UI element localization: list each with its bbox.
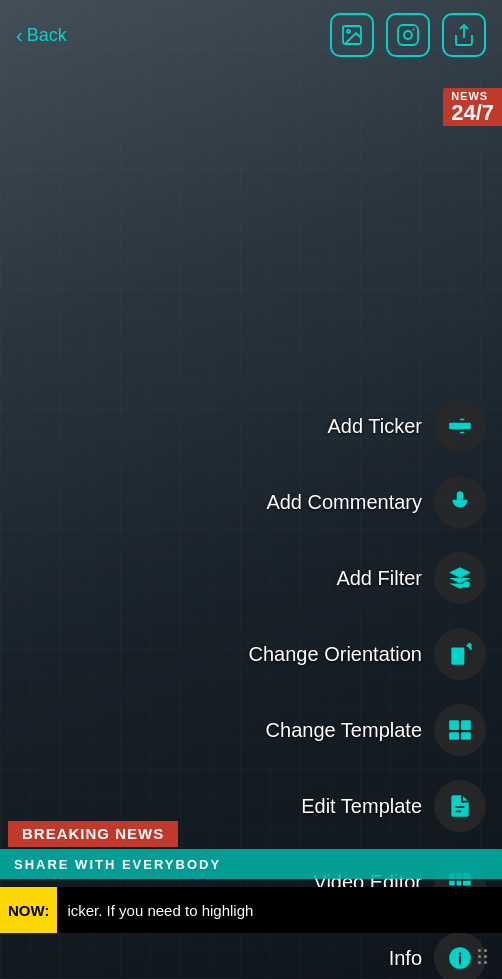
svg-rect-16 xyxy=(449,720,459,730)
orientation-icon xyxy=(447,641,473,667)
add-ticker-item[interactable]: Add Ticker T xyxy=(229,390,502,462)
share-button[interactable] xyxy=(442,13,486,57)
add-commentary-label: Add Commentary xyxy=(266,491,422,514)
add-ticker-label: Add Ticker xyxy=(328,415,422,438)
svg-point-4 xyxy=(413,29,415,31)
news-badge: NEWS 24/7 xyxy=(443,88,502,126)
change-orientation-item[interactable]: Change Orientation xyxy=(229,618,502,690)
instagram-icon xyxy=(396,23,420,47)
add-filter-label: Add Filter xyxy=(336,567,422,590)
breaking-news-title: BREAKING NEWS xyxy=(22,825,164,842)
change-template-icon-circle xyxy=(434,704,486,756)
svg-rect-19 xyxy=(461,732,471,740)
info-label: Info xyxy=(389,947,422,970)
add-ticker-icon-circle: T xyxy=(434,400,486,452)
edit-template-label: Edit Template xyxy=(301,795,422,818)
edit-template-icon xyxy=(447,793,473,819)
news-number-text: 24/7 xyxy=(451,102,494,124)
back-label: Back xyxy=(27,25,67,46)
add-commentary-icon-circle xyxy=(434,476,486,528)
instagram-button[interactable] xyxy=(386,13,430,57)
add-filter-item[interactable]: Add Filter xyxy=(229,542,502,614)
change-template-item[interactable]: Change Template xyxy=(229,694,502,766)
gallery-button[interactable] xyxy=(330,13,374,57)
filter-icon xyxy=(447,565,473,591)
change-orientation-label: Change Orientation xyxy=(249,643,422,666)
change-orientation-icon-circle xyxy=(434,628,486,680)
breaking-subtitle-block: SHARE WITH EVERYBODY xyxy=(0,849,502,879)
drag-handle[interactable] xyxy=(462,933,502,979)
ticker-text-content: icker. If you need to highligh xyxy=(57,902,263,919)
svg-rect-17 xyxy=(461,720,471,730)
breaking-news-banner: BREAKING NEWS SHARE WITH EVERYBODY xyxy=(0,821,502,879)
svg-rect-18 xyxy=(449,732,459,740)
breaking-title-block: BREAKING NEWS xyxy=(8,821,178,847)
change-template-label: Change Template xyxy=(266,719,422,742)
svg-rect-15 xyxy=(451,648,464,665)
microphone-icon xyxy=(447,489,473,515)
add-commentary-item[interactable]: Add Commentary xyxy=(229,466,502,538)
svg-text:T: T xyxy=(451,421,456,430)
add-filter-icon-circle xyxy=(434,552,486,604)
breaking-news-subtitle: SHARE WITH EVERYBODY xyxy=(14,857,221,872)
ticker-icon: T xyxy=(447,413,473,439)
top-navigation-bar: ‹ Back xyxy=(0,0,502,70)
svg-point-1 xyxy=(347,30,350,33)
share-icon xyxy=(452,23,476,47)
top-icon-group xyxy=(330,13,486,57)
image-icon xyxy=(340,23,364,47)
svg-rect-2 xyxy=(398,25,418,45)
svg-point-3 xyxy=(404,31,412,39)
back-chevron-icon: ‹ xyxy=(16,24,23,47)
template-icon xyxy=(447,717,473,743)
ticker-now-label: NOW: xyxy=(0,887,57,933)
back-button[interactable]: ‹ Back xyxy=(16,24,67,47)
drag-dots-icon xyxy=(478,949,487,964)
ticker-bar: NOW: icker. If you need to highligh xyxy=(0,887,502,933)
svg-point-12 xyxy=(463,581,470,588)
